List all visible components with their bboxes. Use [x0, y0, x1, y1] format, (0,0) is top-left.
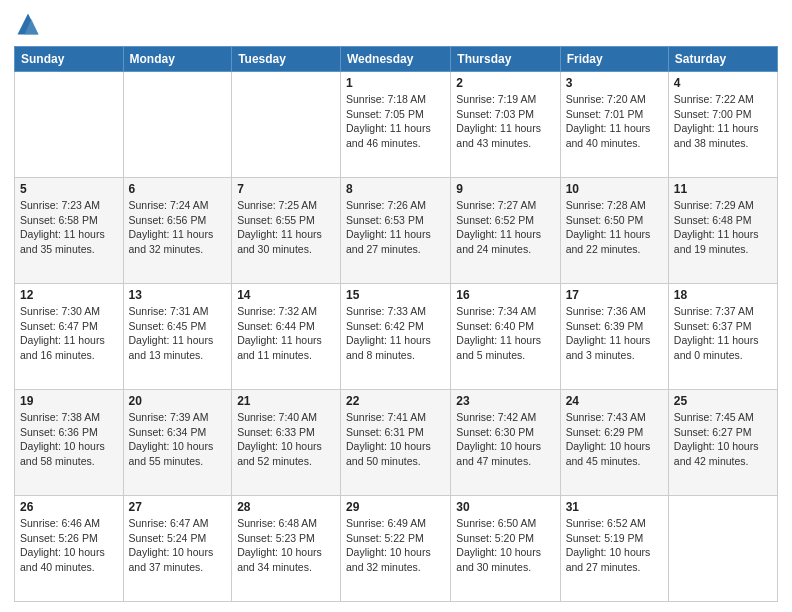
calendar-cell: 3Sunrise: 7:20 AMSunset: 7:01 PMDaylight… — [560, 72, 668, 178]
day-number: 20 — [129, 394, 227, 408]
calendar-cell: 26Sunrise: 6:46 AMSunset: 5:26 PMDayligh… — [15, 496, 124, 602]
day-number: 5 — [20, 182, 118, 196]
calendar-cell: 5Sunrise: 7:23 AMSunset: 6:58 PMDaylight… — [15, 178, 124, 284]
calendar-table: SundayMondayTuesdayWednesdayThursdayFrid… — [14, 46, 778, 602]
day-info: Sunrise: 7:23 AMSunset: 6:58 PMDaylight:… — [20, 198, 118, 257]
day-info: Sunrise: 7:25 AMSunset: 6:55 PMDaylight:… — [237, 198, 335, 257]
calendar-cell: 4Sunrise: 7:22 AMSunset: 7:00 PMDaylight… — [668, 72, 777, 178]
day-info: Sunrise: 7:42 AMSunset: 6:30 PMDaylight:… — [456, 410, 554, 469]
week-row-0: 1Sunrise: 7:18 AMSunset: 7:05 PMDaylight… — [15, 72, 778, 178]
week-row-3: 19Sunrise: 7:38 AMSunset: 6:36 PMDayligh… — [15, 390, 778, 496]
calendar-cell: 12Sunrise: 7:30 AMSunset: 6:47 PMDayligh… — [15, 284, 124, 390]
day-number: 31 — [566, 500, 663, 514]
logo — [14, 10, 44, 38]
day-info: Sunrise: 7:37 AMSunset: 6:37 PMDaylight:… — [674, 304, 772, 363]
day-info: Sunrise: 7:27 AMSunset: 6:52 PMDaylight:… — [456, 198, 554, 257]
day-info: Sunrise: 7:24 AMSunset: 6:56 PMDaylight:… — [129, 198, 227, 257]
calendar-cell: 8Sunrise: 7:26 AMSunset: 6:53 PMDaylight… — [341, 178, 451, 284]
day-info: Sunrise: 7:29 AMSunset: 6:48 PMDaylight:… — [674, 198, 772, 257]
day-number: 23 — [456, 394, 554, 408]
week-row-4: 26Sunrise: 6:46 AMSunset: 5:26 PMDayligh… — [15, 496, 778, 602]
day-number: 22 — [346, 394, 445, 408]
day-number: 7 — [237, 182, 335, 196]
day-info: Sunrise: 7:36 AMSunset: 6:39 PMDaylight:… — [566, 304, 663, 363]
day-info: Sunrise: 7:20 AMSunset: 7:01 PMDaylight:… — [566, 92, 663, 151]
day-info: Sunrise: 6:50 AMSunset: 5:20 PMDaylight:… — [456, 516, 554, 575]
calendar-cell: 28Sunrise: 6:48 AMSunset: 5:23 PMDayligh… — [232, 496, 341, 602]
day-header-wednesday: Wednesday — [341, 47, 451, 72]
day-info: Sunrise: 7:45 AMSunset: 6:27 PMDaylight:… — [674, 410, 772, 469]
day-number: 21 — [237, 394, 335, 408]
calendar-cell: 29Sunrise: 6:49 AMSunset: 5:22 PMDayligh… — [341, 496, 451, 602]
day-number: 12 — [20, 288, 118, 302]
calendar-cell: 1Sunrise: 7:18 AMSunset: 7:05 PMDaylight… — [341, 72, 451, 178]
calendar-cell: 27Sunrise: 6:47 AMSunset: 5:24 PMDayligh… — [123, 496, 232, 602]
day-number: 30 — [456, 500, 554, 514]
calendar-cell: 17Sunrise: 7:36 AMSunset: 6:39 PMDayligh… — [560, 284, 668, 390]
day-number: 18 — [674, 288, 772, 302]
day-number: 6 — [129, 182, 227, 196]
day-info: Sunrise: 7:38 AMSunset: 6:36 PMDaylight:… — [20, 410, 118, 469]
day-number: 19 — [20, 394, 118, 408]
calendar-cell: 31Sunrise: 6:52 AMSunset: 5:19 PMDayligh… — [560, 496, 668, 602]
calendar-cell: 13Sunrise: 7:31 AMSunset: 6:45 PMDayligh… — [123, 284, 232, 390]
day-number: 29 — [346, 500, 445, 514]
calendar-cell: 16Sunrise: 7:34 AMSunset: 6:40 PMDayligh… — [451, 284, 560, 390]
calendar-cell: 10Sunrise: 7:28 AMSunset: 6:50 PMDayligh… — [560, 178, 668, 284]
calendar-cell — [123, 72, 232, 178]
day-info: Sunrise: 7:26 AMSunset: 6:53 PMDaylight:… — [346, 198, 445, 257]
day-header-monday: Monday — [123, 47, 232, 72]
day-info: Sunrise: 7:41 AMSunset: 6:31 PMDaylight:… — [346, 410, 445, 469]
day-info: Sunrise: 7:34 AMSunset: 6:40 PMDaylight:… — [456, 304, 554, 363]
day-number: 25 — [674, 394, 772, 408]
calendar-header-row: SundayMondayTuesdayWednesdayThursdayFrid… — [15, 47, 778, 72]
day-number: 11 — [674, 182, 772, 196]
day-number: 17 — [566, 288, 663, 302]
day-info: Sunrise: 7:22 AMSunset: 7:00 PMDaylight:… — [674, 92, 772, 151]
week-row-2: 12Sunrise: 7:30 AMSunset: 6:47 PMDayligh… — [15, 284, 778, 390]
day-number: 28 — [237, 500, 335, 514]
calendar-cell — [668, 496, 777, 602]
day-info: Sunrise: 7:18 AMSunset: 7:05 PMDaylight:… — [346, 92, 445, 151]
day-number: 2 — [456, 76, 554, 90]
day-number: 16 — [456, 288, 554, 302]
page: SundayMondayTuesdayWednesdayThursdayFrid… — [0, 0, 792, 612]
day-number: 27 — [129, 500, 227, 514]
day-info: Sunrise: 7:39 AMSunset: 6:34 PMDaylight:… — [129, 410, 227, 469]
calendar-cell: 2Sunrise: 7:19 AMSunset: 7:03 PMDaylight… — [451, 72, 560, 178]
calendar-cell: 20Sunrise: 7:39 AMSunset: 6:34 PMDayligh… — [123, 390, 232, 496]
calendar-cell — [232, 72, 341, 178]
day-number: 9 — [456, 182, 554, 196]
day-header-friday: Friday — [560, 47, 668, 72]
day-info: Sunrise: 6:52 AMSunset: 5:19 PMDaylight:… — [566, 516, 663, 575]
logo-icon — [14, 10, 42, 38]
calendar-cell: 11Sunrise: 7:29 AMSunset: 6:48 PMDayligh… — [668, 178, 777, 284]
calendar-cell: 14Sunrise: 7:32 AMSunset: 6:44 PMDayligh… — [232, 284, 341, 390]
calendar-cell: 30Sunrise: 6:50 AMSunset: 5:20 PMDayligh… — [451, 496, 560, 602]
calendar-cell — [15, 72, 124, 178]
calendar-cell: 25Sunrise: 7:45 AMSunset: 6:27 PMDayligh… — [668, 390, 777, 496]
day-info: Sunrise: 6:49 AMSunset: 5:22 PMDaylight:… — [346, 516, 445, 575]
calendar-cell: 9Sunrise: 7:27 AMSunset: 6:52 PMDaylight… — [451, 178, 560, 284]
day-number: 8 — [346, 182, 445, 196]
day-number: 10 — [566, 182, 663, 196]
day-header-tuesday: Tuesday — [232, 47, 341, 72]
day-info: Sunrise: 7:28 AMSunset: 6:50 PMDaylight:… — [566, 198, 663, 257]
calendar-cell: 24Sunrise: 7:43 AMSunset: 6:29 PMDayligh… — [560, 390, 668, 496]
week-row-1: 5Sunrise: 7:23 AMSunset: 6:58 PMDaylight… — [15, 178, 778, 284]
calendar-cell: 18Sunrise: 7:37 AMSunset: 6:37 PMDayligh… — [668, 284, 777, 390]
day-number: 3 — [566, 76, 663, 90]
day-info: Sunrise: 6:46 AMSunset: 5:26 PMDaylight:… — [20, 516, 118, 575]
day-number: 1 — [346, 76, 445, 90]
calendar-cell: 19Sunrise: 7:38 AMSunset: 6:36 PMDayligh… — [15, 390, 124, 496]
day-info: Sunrise: 6:48 AMSunset: 5:23 PMDaylight:… — [237, 516, 335, 575]
day-number: 26 — [20, 500, 118, 514]
day-header-saturday: Saturday — [668, 47, 777, 72]
day-info: Sunrise: 7:19 AMSunset: 7:03 PMDaylight:… — [456, 92, 554, 151]
day-info: Sunrise: 7:32 AMSunset: 6:44 PMDaylight:… — [237, 304, 335, 363]
day-info: Sunrise: 7:40 AMSunset: 6:33 PMDaylight:… — [237, 410, 335, 469]
calendar-cell: 7Sunrise: 7:25 AMSunset: 6:55 PMDaylight… — [232, 178, 341, 284]
day-number: 15 — [346, 288, 445, 302]
header — [14, 10, 778, 38]
calendar-cell: 6Sunrise: 7:24 AMSunset: 6:56 PMDaylight… — [123, 178, 232, 284]
